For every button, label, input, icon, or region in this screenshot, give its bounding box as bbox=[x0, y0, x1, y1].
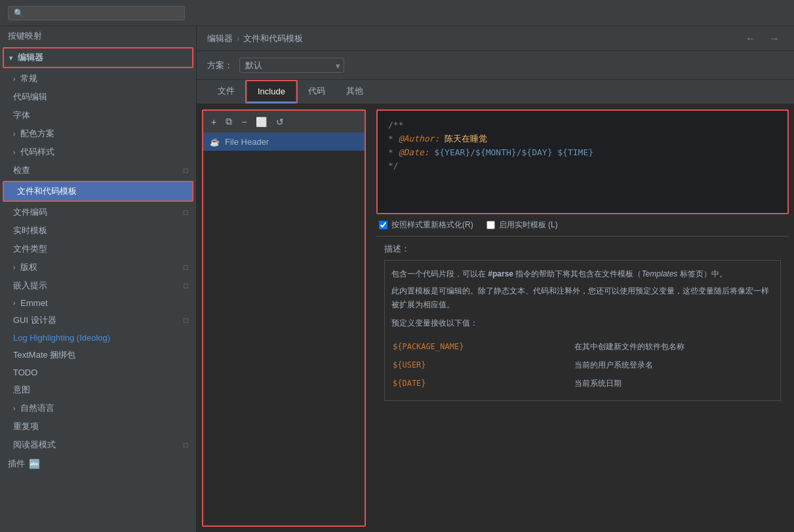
description-area: 描述： 包含一个代码片段，可以在 #parse 指令的帮助下将其包含在文件模板（… bbox=[376, 236, 789, 527]
chevron-right-icon: › bbox=[13, 405, 15, 412]
list-item[interactable]: ☕ File Header bbox=[203, 133, 365, 151]
code-date-key: @Date: bbox=[399, 147, 429, 157]
revert-template-button[interactable]: ↺ bbox=[273, 115, 287, 128]
include-tab-box: Include bbox=[245, 80, 298, 104]
template-list-panel: + ⧉ − ⬜ ↺ ☕ File Header bbox=[202, 109, 366, 527]
editor-section-box: ▾ 编辑器 bbox=[3, 47, 193, 68]
sidebar-item-label: 实时模板 bbox=[13, 225, 47, 237]
comment-start: /** bbox=[388, 120, 403, 130]
sidebar-item-todo[interactable]: TODO bbox=[0, 364, 196, 381]
remove-template-button[interactable]: − bbox=[239, 115, 249, 128]
sidebar-item-label: 文件编码 bbox=[13, 206, 47, 218]
scheme-select[interactable]: 默认 bbox=[239, 58, 344, 73]
add-template-button[interactable]: + bbox=[208, 115, 219, 128]
sidebar-item-label: 重复项 bbox=[13, 421, 39, 432]
sidebar-item-reader-mode[interactable]: 阅读器模式 □ bbox=[0, 436, 196, 454]
keymaps-label: 按键映射 bbox=[8, 31, 42, 41]
search-input[interactable] bbox=[28, 9, 179, 18]
live-template-label: 启用实时模板 (L) bbox=[499, 219, 558, 231]
sidebar-item-editor[interactable]: ▾ 编辑器 bbox=[4, 48, 192, 67]
sync-icon: □ bbox=[184, 282, 188, 290]
sidebar-item-label: 代码样式 bbox=[20, 146, 54, 158]
sidebar-item-gui-designer[interactable]: GUI 设计器 □ bbox=[0, 311, 196, 330]
desc-para2: 此内置模板是可编辑的。除了静态文本、代码和注释外，您还可以使用预定义变量，这些变… bbox=[391, 284, 774, 311]
nav-back-button[interactable]: ← bbox=[742, 31, 760, 46]
code-line-4: */ bbox=[388, 159, 777, 173]
template-toolbar: + ⧉ − ⬜ ↺ bbox=[203, 111, 365, 133]
chevron-right-icon: › bbox=[13, 264, 15, 271]
sync-icon: □ bbox=[184, 316, 188, 324]
sidebar-item-inlay-hints[interactable]: 嵌入提示 □ bbox=[0, 276, 196, 295]
sidebar-item-code-style[interactable]: › 代码样式 bbox=[0, 143, 196, 161]
code-panel: /** * @Author: 陈天在睡觉 * @Date: ${YEAR}/${… bbox=[371, 104, 794, 532]
code-line-3: * @Date: ${YEAR}/${MONTH}/${DAY} ${TIME} bbox=[388, 146, 777, 160]
tab-code[interactable]: 代码 bbox=[298, 80, 336, 104]
sidebar-item-intention[interactable]: 意图 bbox=[0, 381, 196, 399]
translate-icon: 🔤 bbox=[29, 459, 40, 469]
nav-arrows: ← → bbox=[742, 31, 784, 46]
duplicate-icon: ⬜ bbox=[256, 117, 267, 127]
sidebar-item-live-templates[interactable]: 实时模板 bbox=[0, 221, 196, 240]
sidebar-item-label: 版权 bbox=[20, 261, 37, 273]
sidebar-item-textmate[interactable]: TextMate 捆绑包 bbox=[0, 346, 196, 364]
sidebar-item-emmet[interactable]: › Emmet bbox=[0, 295, 196, 311]
live-template-checkbox[interactable] bbox=[486, 221, 495, 229]
desc-para1: 包含一个代码片段，可以在 #parse 指令的帮助下将其包含在文件模板（Temp… bbox=[391, 267, 774, 280]
main-layout: 按键映射 ▾ 编辑器 › 常规 代码编辑 字体 bbox=[0, 26, 794, 532]
sidebar-item-label: 检查 bbox=[13, 164, 30, 176]
sidebar-item-color-scheme[interactable]: › 配色方案 bbox=[0, 124, 196, 143]
desc-var-label: 预定义变量接收以下值： bbox=[391, 316, 774, 330]
tab-file[interactable]: 文件 bbox=[207, 80, 245, 104]
sidebar-item-label: Log Highlighting (Ideolog) bbox=[13, 333, 110, 343]
comment-end: */ bbox=[388, 161, 399, 170]
sidebar-item-duplicates[interactable]: 重复项 bbox=[0, 417, 196, 436]
sidebar-item-label: 配色方案 bbox=[20, 128, 54, 140]
sidebar-item-copyright[interactable]: › 版权 □ bbox=[0, 258, 196, 276]
reformat-option: 按照样式重新格式化(R) bbox=[379, 219, 473, 231]
copy-icon: ⧉ bbox=[226, 116, 232, 126]
sidebar-item-font[interactable]: 字体 bbox=[0, 106, 196, 124]
sidebar-item-label: TextMate 捆绑包 bbox=[13, 349, 75, 361]
vars-table: ${PACKAGE_NAME} 在其中创建新文件的软件包名称 ${USER} 当… bbox=[391, 337, 774, 394]
sync-icon: □ bbox=[184, 441, 188, 449]
sidebar-item-code-edit[interactable]: 代码编辑 bbox=[0, 88, 196, 106]
description-label: 描述： bbox=[384, 243, 781, 255]
sidebar-item-label: 字体 bbox=[13, 109, 30, 121]
tab-include[interactable]: Include bbox=[247, 81, 296, 103]
template-name: File Header bbox=[225, 137, 269, 147]
sidebar-item-natural-language[interactable]: › 自然语言 bbox=[0, 399, 196, 417]
panel-split: + ⧉ − ⬜ ↺ ☕ File Header bbox=[197, 104, 794, 532]
content-area: 编辑器 › 文件和代码模板 ← → 方案： 默认 文件 In bbox=[197, 26, 794, 532]
search-box[interactable]: 🔍 bbox=[8, 6, 185, 20]
sidebar-item-label: 意图 bbox=[13, 384, 30, 396]
plugin-label: 插件 bbox=[8, 458, 25, 470]
code-author-key: @Author: bbox=[399, 134, 440, 143]
sidebar-item-inspection[interactable]: 检查 □ bbox=[0, 161, 196, 180]
sidebar-item-log-highlighting[interactable]: Log Highlighting (Ideolog) bbox=[0, 330, 196, 346]
table-row: ${PACKAGE_NAME} 在其中创建新文件的软件包名称 bbox=[393, 338, 772, 355]
sidebar-item-label: 嵌入提示 bbox=[13, 280, 47, 292]
chevron-right-icon: › bbox=[13, 299, 15, 307]
search-icon: 🔍 bbox=[14, 9, 24, 18]
copy-template-button[interactable]: ⧉ bbox=[223, 115, 235, 128]
duplicate-template-button[interactable]: ⬜ bbox=[253, 115, 269, 128]
sidebar-item-label: 代码编辑 bbox=[13, 91, 47, 103]
comment-at: * bbox=[388, 134, 399, 143]
nav-forward-button[interactable]: → bbox=[765, 31, 784, 46]
code-editor[interactable]: /** * @Author: 陈天在睡觉 * @Date: ${YEAR}/${… bbox=[376, 109, 789, 214]
sidebar-item-file-encoding[interactable]: 文件编码 □ bbox=[0, 203, 196, 221]
chevron-right-icon: › bbox=[13, 149, 15, 156]
reformat-checkbox[interactable] bbox=[379, 221, 387, 229]
breadcrumb-part1: 编辑器 bbox=[207, 33, 233, 45]
reformat-label: 按照样式重新格式化(R) bbox=[391, 219, 473, 231]
table-row: ${DATE} 当前系统日期 bbox=[393, 375, 772, 392]
sidebar-item-general[interactable]: › 常规 bbox=[0, 69, 196, 88]
keymaps-header: 按键映射 bbox=[0, 26, 196, 46]
sidebar-item-label: 阅读器模式 bbox=[13, 439, 56, 451]
sidebar-item-label: GUI 设计器 bbox=[13, 314, 56, 326]
chevron-down-icon: ▾ bbox=[9, 54, 12, 62]
breadcrumb-sep: › bbox=[237, 33, 239, 43]
tab-other[interactable]: 其他 bbox=[336, 80, 374, 104]
sidebar-item-file-templates[interactable]: 文件和代码模板 bbox=[4, 182, 192, 200]
sidebar-item-file-types[interactable]: 文件类型 bbox=[0, 240, 196, 258]
